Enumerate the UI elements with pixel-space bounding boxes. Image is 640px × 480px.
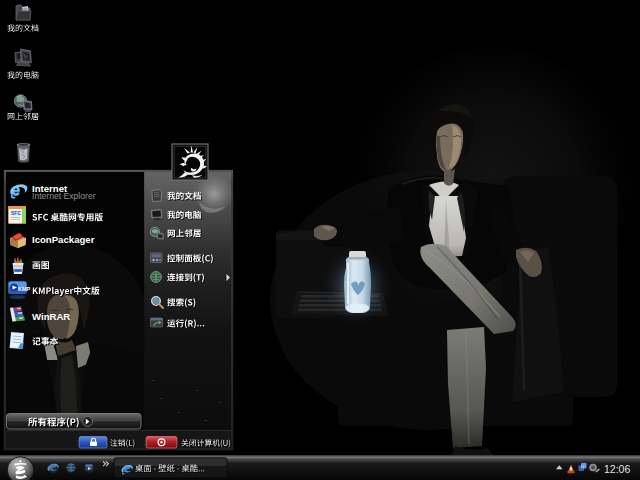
svg-text:WinRAR: WinRAR [32,311,70,322]
svg-text:SFC: SFC [11,210,21,216]
svg-text:KMP: KMP [18,286,31,292]
svg-text:IconPackager: IconPackager [32,234,95,245]
svg-text:12:06: 12:06 [604,463,630,475]
svg-text:Internet Explorer: Internet Explorer [32,191,96,201]
